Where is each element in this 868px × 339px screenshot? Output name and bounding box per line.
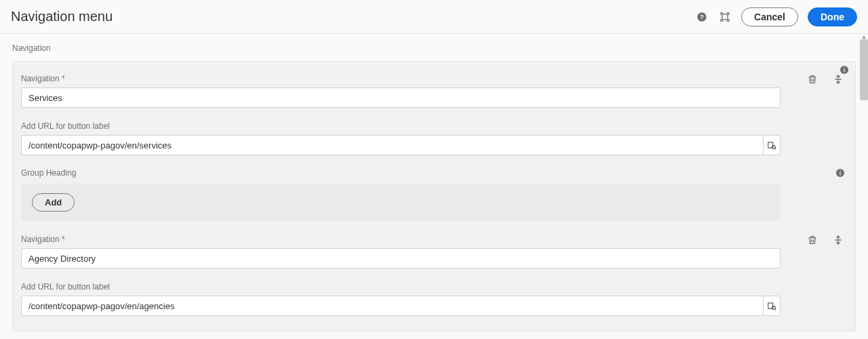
group-heading-label: Group Heading bbox=[21, 168, 76, 178]
navigation-label: Navigation * bbox=[21, 74, 65, 83]
navigation-name-input[interactable] bbox=[21, 248, 781, 268]
navigation-panel: Navigation * Add URL for button label bbox=[12, 61, 856, 332]
url-input[interactable] bbox=[21, 135, 763, 155]
done-button[interactable]: Done bbox=[808, 7, 857, 26]
group-heading-add-area: Add bbox=[21, 184, 781, 221]
nav-item: Navigation * bbox=[21, 228, 847, 273]
path-picker-icon[interactable] bbox=[763, 135, 781, 155]
svg-rect-9 bbox=[840, 172, 840, 176]
url-field: Add URL for button label bbox=[21, 275, 847, 320]
svg-text:?: ? bbox=[700, 14, 704, 20]
navigation-name-input[interactable] bbox=[21, 87, 781, 108]
trash-icon[interactable] bbox=[806, 73, 818, 85]
group-heading-block: Group Heading Add bbox=[21, 166, 847, 221]
reorder-icon[interactable] bbox=[832, 234, 844, 246]
url-input[interactable] bbox=[21, 296, 763, 316]
navigation-label: Navigation * bbox=[21, 235, 65, 244]
info-icon[interactable] bbox=[833, 166, 847, 180]
fullscreen-icon[interactable] bbox=[718, 10, 732, 24]
nav-item: Navigation * bbox=[21, 67, 847, 112]
dialog-body: Navigation Navigation * Add URL for bbox=[0, 34, 868, 339]
dialog-header: Navigation menu ? Cancel Done bbox=[0, 0, 868, 34]
cancel-button[interactable]: Cancel bbox=[741, 7, 798, 26]
add-button[interactable]: Add bbox=[32, 193, 75, 212]
help-icon[interactable]: ? bbox=[695, 10, 709, 24]
page-title: Navigation menu bbox=[11, 9, 113, 24]
path-picker-icon[interactable] bbox=[763, 296, 781, 316]
url-label: Add URL for button label bbox=[21, 282, 847, 292]
trash-icon[interactable] bbox=[806, 234, 818, 246]
svg-rect-10 bbox=[840, 170, 840, 171]
reorder-icon[interactable] bbox=[832, 73, 844, 85]
url-field: Add URL for button label bbox=[21, 115, 847, 159]
header-actions: ? Cancel Done bbox=[695, 7, 857, 26]
svg-rect-2 bbox=[722, 14, 728, 20]
section-label: Navigation bbox=[12, 43, 856, 53]
url-label: Add URL for button label bbox=[21, 121, 847, 131]
